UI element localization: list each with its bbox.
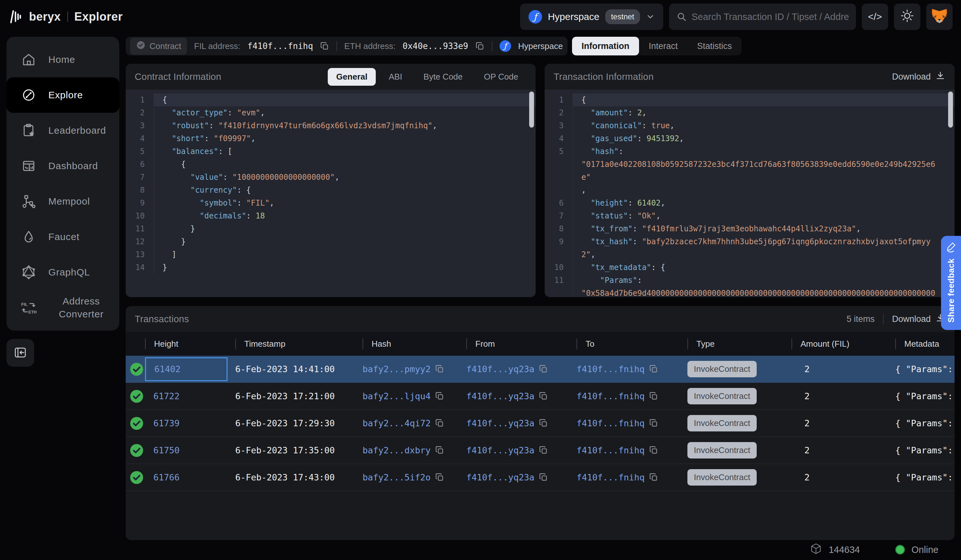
chevron-down-icon: [646, 12, 655, 21]
sidebar-item-home[interactable]: Home: [6, 42, 119, 77]
tab-statistics[interactable]: Statistics: [688, 37, 742, 55]
table-row[interactable]: 614026-Feb-2023 14:41:00bafy2...pmyy2f41…: [126, 356, 955, 383]
code-text: "decimals": 18: [154, 209, 536, 222]
copy-icon[interactable]: [435, 392, 444, 401]
hash-cell: bafy2...pmyy2: [363, 364, 466, 374]
from-link[interactable]: f410f...yq23a: [466, 364, 534, 374]
copy-icon[interactable]: [435, 473, 444, 482]
copy-eth-address-button[interactable]: [475, 42, 485, 51]
copy-icon[interactable]: [435, 364, 444, 374]
status-cell: [126, 470, 145, 485]
hash-link[interactable]: bafy2...ljqu4: [363, 391, 431, 401]
collapse-sidebar-button[interactable]: [6, 339, 34, 367]
code-line: 2 "amount": 2,: [545, 106, 955, 119]
contract-information-panel: Contract Information GeneralABIByte Code…: [126, 64, 536, 297]
to-link[interactable]: f410f...fnihq: [577, 472, 644, 482]
sidebar-item-address-converter[interactable]: FILETHAddress Converter: [6, 290, 119, 326]
fil-address-value: f410f...fnihq: [247, 41, 313, 51]
sidebar-item-dashboard[interactable]: Dashboard: [6, 148, 119, 184]
copy-icon[interactable]: [539, 473, 548, 482]
search-input[interactable]: [692, 11, 849, 22]
sidebar-item-faucet[interactable]: Faucet: [6, 219, 119, 255]
status-cell: [126, 389, 145, 403]
to-link[interactable]: f410f...fnihq: [577, 418, 644, 428]
height-cell: 61766: [145, 465, 235, 489]
height-cell: 61722: [145, 384, 235, 408]
tab-op-code[interactable]: OP Code: [476, 68, 527, 86]
from-link[interactable]: f410f...yq23a: [466, 472, 534, 482]
line-number: 3: [126, 119, 154, 132]
sidebar-item-graphql[interactable]: GraphQL: [6, 255, 119, 290]
tab-general[interactable]: General: [328, 68, 376, 86]
type-badge: InvokeContract: [688, 415, 757, 432]
code-line: 11 }: [126, 222, 536, 235]
sidebar-item-leaderboard[interactable]: Leaderboard: [6, 113, 119, 148]
hash-link[interactable]: bafy2...4qi72: [363, 418, 431, 428]
column-header-label: Type: [696, 339, 715, 349]
sidebar-item-explore[interactable]: Explore: [6, 77, 119, 113]
column-header-metadata: Metadata: [895, 332, 955, 356]
from-link[interactable]: f410f...yq23a: [466, 445, 534, 455]
hash-link[interactable]: bafy2...pmyy2: [363, 364, 431, 374]
table-row[interactable]: 617226-Feb-2023 17:21:00bafy2...ljqu4f41…: [126, 383, 955, 410]
table-row[interactable]: 617396-Feb-2023 17:29:30bafy2...4qi72f41…: [126, 410, 955, 437]
copy-icon[interactable]: [649, 446, 658, 455]
amount-cell: 2: [791, 364, 895, 374]
tab-abi[interactable]: ABI: [380, 68, 411, 86]
from-link[interactable]: f410f...yq23a: [466, 391, 534, 401]
app-title: Explorer: [74, 10, 123, 24]
theme-toggle-button[interactable]: [894, 3, 921, 30]
scrollbar-thumb[interactable]: [948, 91, 953, 128]
tab-interact[interactable]: Interact: [639, 37, 688, 55]
divider: [883, 314, 884, 324]
tab-byte-code[interactable]: Byte Code: [415, 68, 471, 86]
copy-icon[interactable]: [435, 446, 444, 455]
copy-icon[interactable]: [435, 419, 444, 428]
hash-cell: bafy2...ljqu4: [363, 391, 466, 401]
copy-icon[interactable]: [649, 473, 658, 482]
metamask-button[interactable]: [926, 3, 953, 30]
network-selector[interactable]: ƒ Hyperspace testnet: [520, 3, 663, 30]
share-feedback-button[interactable]: Share feedback: [941, 236, 961, 330]
copy-icon[interactable]: [539, 364, 548, 374]
table-row[interactable]: 617666-Feb-2023 17:43:00bafy2...5if2of41…: [126, 464, 955, 491]
download-transactions-button[interactable]: Download: [892, 313, 945, 326]
line-number: 5: [126, 145, 154, 158]
copy-icon[interactable]: [649, 419, 658, 428]
code-button[interactable]: </>: [862, 3, 888, 30]
height-link[interactable]: 61766: [153, 472, 180, 482]
copy-icon[interactable]: [539, 419, 548, 428]
top-actions: ƒ Hyperspace testnet </>: [520, 3, 953, 30]
height-link[interactable]: 61750: [153, 445, 180, 455]
to-link[interactable]: f410f...fnihq: [577, 364, 644, 374]
status-cell: [126, 362, 145, 376]
download-transaction-button[interactable]: Download: [892, 71, 945, 83]
copy-icon[interactable]: [649, 364, 658, 374]
code-line: 3 "canonical": true,: [545, 119, 955, 132]
status-footer: 144634 Online: [0, 539, 961, 560]
copy-icon[interactable]: [649, 392, 658, 401]
copy-fil-address-button[interactable]: [320, 42, 329, 51]
sidebar-item-label: Explore: [48, 90, 83, 101]
code-text: }: [154, 261, 536, 274]
tab-information[interactable]: Information: [572, 37, 640, 55]
from-link[interactable]: f410f...yq23a: [466, 418, 534, 428]
copy-icon[interactable]: [539, 392, 548, 401]
copy-icon[interactable]: [539, 446, 548, 455]
table-row[interactable]: 617506-Feb-2023 17:35:00bafy2...dxbryf41…: [126, 437, 955, 464]
scrollbar-thumb[interactable]: [529, 91, 534, 128]
brand[interactable]: beryx Explorer: [8, 8, 123, 25]
mempool-icon: [21, 193, 37, 209]
sidebar-item-mempool[interactable]: Mempool: [6, 184, 119, 219]
hash-link[interactable]: bafy2...dxbry: [363, 445, 431, 455]
height-link[interactable]: 61402: [154, 364, 180, 374]
code-text: "tx_from": "f410fmrlu3w7jraj3em3eobhawah…: [573, 222, 955, 235]
code-line: 9 "symbol": "FIL",: [126, 197, 536, 209]
to-link[interactable]: f410f...fnihq: [577, 391, 644, 401]
height-link[interactable]: 61722: [153, 391, 180, 401]
line-number: 2: [126, 106, 154, 119]
line-number: 6: [545, 197, 573, 209]
hash-link[interactable]: bafy2...5if2o: [363, 472, 431, 482]
to-link[interactable]: f410f...fnihq: [577, 445, 644, 455]
height-link[interactable]: 61739: [153, 418, 180, 428]
